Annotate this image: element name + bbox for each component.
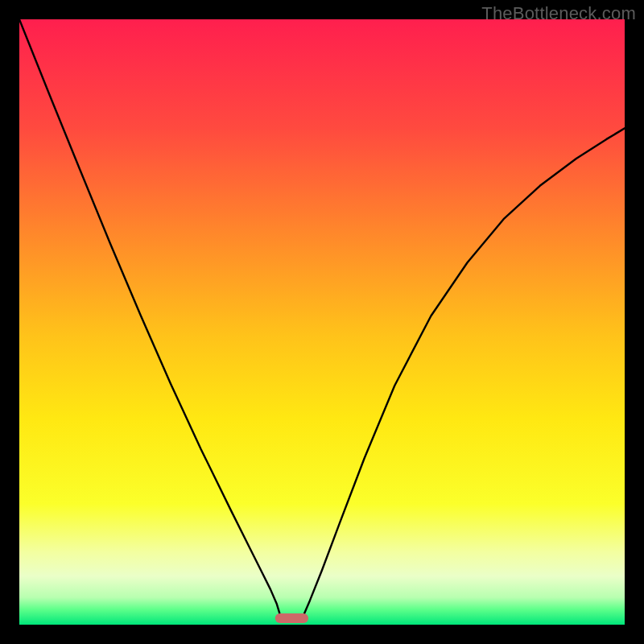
gradient-background	[19, 19, 625, 625]
chart-plot	[19, 19, 625, 625]
bottom-marker-rect	[275, 613, 308, 623]
chart-frame: TheBottleneck.com	[0, 0, 644, 644]
bottom-marker	[275, 613, 308, 623]
